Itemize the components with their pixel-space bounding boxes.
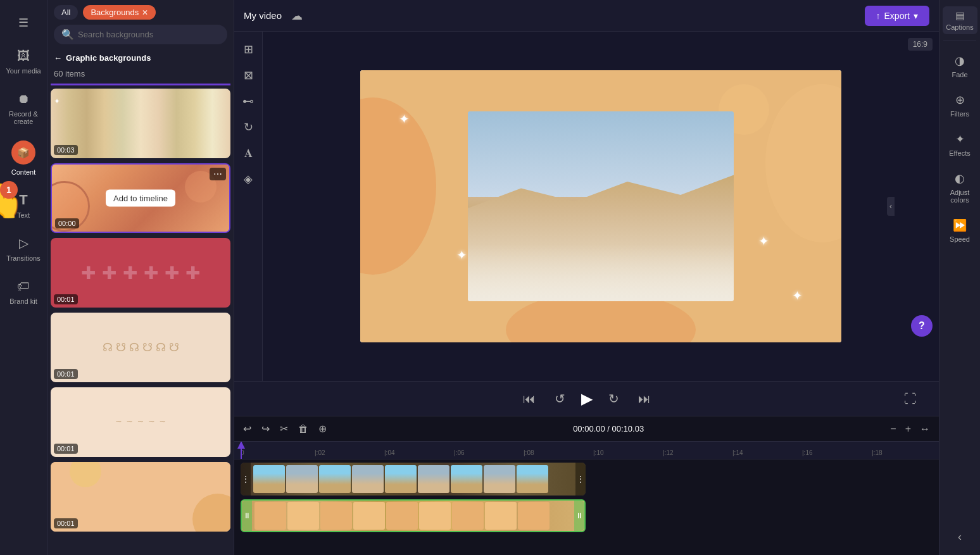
- sidebar-item-your-media[interactable]: 🖼 Your media: [0, 41, 47, 81]
- filters-icon: ⊕: [952, 92, 968, 108]
- undo-button[interactable]: ↩: [241, 420, 254, 437]
- text-overlay-tool[interactable]: 𝐀: [237, 142, 260, 165]
- media-item-red[interactable]: ✚ ✚ ✚ ✚ ✚ ✚ 00:01 👆 3: [51, 238, 230, 308]
- sidebar-item-content[interactable]: 📦 Content 👆 1: [0, 134, 47, 182]
- right-sidebar: ▤ Captions ◑ Fade ⊕ Filters ✦ Effects ◐ …: [939, 0, 980, 555]
- effects-label: Effects: [949, 149, 970, 157]
- search-icon: 🔍: [61, 28, 74, 41]
- fullscreen-button[interactable]: ⛶: [901, 389, 920, 409]
- skip-forward-button[interactable]: ⏭: [635, 389, 654, 409]
- tag-all-button[interactable]: All: [54, 5, 78, 20]
- timeline-toolbar: ↩ ↪ ✂ 🗑 ⊕ 00:00.00 / 00:10.03 − + ↔: [234, 416, 939, 442]
- bg-frame-5: [386, 502, 418, 530]
- back-arrow-icon[interactable]: ←: [54, 53, 62, 63]
- cut-button[interactable]: ✂: [277, 420, 291, 437]
- bg-frame-7: [452, 502, 484, 530]
- media-item-cream-swirls[interactable]: ☊ ☋ ☊ ☋ ☊ ☋ 00:01: [51, 313, 230, 382]
- item-duration-4: 00:01: [54, 369, 78, 379]
- brand-kit-icon: 🏷: [15, 277, 32, 295]
- media-item-stripes[interactable]: ✦ 00:03: [51, 89, 230, 158]
- peach-shape-1: [192, 494, 230, 532]
- add-media-button[interactable]: ⊕: [316, 420, 329, 437]
- rotate-tool[interactable]: ↻: [237, 116, 260, 139]
- cream2-preview: ~ ~ ~ ~ ~: [51, 387, 230, 457]
- track-right-handle[interactable]: ⋮: [575, 463, 586, 496]
- collapse-panel-button[interactable]: ‹: [887, 197, 895, 216]
- sparkle-far-br: ✦: [792, 288, 803, 303]
- ruler-mark-04: |:04: [384, 449, 395, 456]
- speed-icon: ⏩: [952, 217, 968, 234]
- media-item-peach-shapes[interactable]: 00:01: [51, 462, 230, 532]
- video-background: ✦ ✦ ✦ ✦ ✦ ✦: [360, 70, 841, 342]
- stripes-preview: ✦: [51, 89, 230, 158]
- delete-button[interactable]: 🗑: [296, 421, 311, 437]
- filters-tool[interactable]: ⊕ Filters: [939, 87, 980, 123]
- cloud-save-icon: ☁: [291, 9, 303, 23]
- more-options-button[interactable]: ⋯: [210, 168, 226, 180]
- fade-tool[interactable]: ◑ Fade: [939, 47, 980, 84]
- tag-close-icon[interactable]: ✕: [142, 8, 148, 17]
- captions-label: Captions: [946, 23, 973, 31]
- fast-forward-button[interactable]: ↻: [605, 388, 622, 409]
- bg-track-right-handle[interactable]: ⏸: [574, 501, 584, 531]
- sidebar-item-text[interactable]: T Text: [0, 185, 47, 225]
- bg-frame-8: [485, 502, 517, 530]
- bg-frame-2: [287, 502, 319, 530]
- sidebar-item-record-create[interactable]: ⏺ Record &create: [0, 84, 47, 132]
- right-sidebar-collapse[interactable]: ‹: [953, 525, 967, 549]
- speed-tool[interactable]: ⏩ Speed: [939, 212, 980, 248]
- sticker-tool[interactable]: ◈: [237, 168, 260, 190]
- content-panel: All Backgrounds ✕ 🔍 ← Graphic background…: [47, 0, 234, 555]
- speed-label: Speed: [950, 235, 970, 243]
- flip-tool[interactable]: ⊷: [237, 90, 260, 113]
- search-bar[interactable]: 🔍: [54, 25, 227, 44]
- fade-icon: ◑: [952, 53, 968, 69]
- help-button[interactable]: ?: [911, 315, 933, 337]
- rewind-button[interactable]: ↺: [551, 388, 569, 409]
- items-count: 60 items: [47, 66, 234, 84]
- fit-timeline-button[interactable]: ↔: [917, 421, 933, 437]
- effects-tool[interactable]: ✦ Effects: [939, 126, 980, 162]
- tag-backgrounds-button[interactable]: Backgrounds ✕: [83, 5, 156, 20]
- zoom-out-button[interactable]: −: [888, 421, 898, 437]
- left-sidebar: ☰ 🖼 Your media ⏺ Record &create 📦 Conten…: [0, 0, 47, 555]
- adjust-colors-icon: ◐: [952, 170, 968, 187]
- timeline: ↩ ↪ ✂ 🗑 ⊕ 00:00.00 / 00:10.03 − + ↔ 0 |:…: [234, 416, 939, 555]
- redo-button[interactable]: ↪: [259, 420, 272, 437]
- video-frame-3: [319, 465, 351, 493]
- adjust-colors-tool[interactable]: ◐ Adjust colors: [939, 165, 980, 209]
- play-pause-button[interactable]: ▶: [581, 390, 593, 408]
- export-button[interactable]: ↑ Export ▾: [865, 6, 929, 26]
- zoom-in-button[interactable]: +: [903, 421, 914, 437]
- desert-mist: [468, 244, 734, 301]
- bg-frame-1: [254, 502, 286, 530]
- crop-tool[interactable]: ⊠: [237, 64, 260, 87]
- playhead[interactable]: [241, 442, 242, 459]
- media-item-wavy[interactable]: ⋯ 00:00 Add to timeline 👆 2: [51, 163, 230, 233]
- video-frame-4: [352, 465, 384, 493]
- sidebar-item-brand-kit[interactable]: 🏷 Brand kit: [0, 271, 47, 311]
- video-frame-9: [517, 465, 548, 493]
- fit-tool[interactable]: ⊞: [237, 38, 260, 61]
- item-duration-2: 00:00: [55, 218, 79, 228]
- skip-back-button[interactable]: ⏮: [520, 389, 539, 409]
- media-item-cream-swirls2[interactable]: ~ ~ ~ ~ ~ 00:01: [51, 387, 230, 457]
- hamburger-icon: ☰: [18, 16, 28, 30]
- bg-frame-9: [518, 502, 550, 530]
- bg-frame-6: [419, 502, 451, 530]
- sidebar-label-your-media: Your media: [6, 67, 41, 75]
- hamburger-menu[interactable]: ☰: [0, 6, 47, 39]
- timeline-tracks: ⋮ ⋮ ⏸: [234, 459, 939, 555]
- swirls-container: ☊ ☋ ☊ ☋ ☊ ☋: [68, 320, 212, 375]
- captions-icon: ▤: [955, 9, 965, 22]
- captions-tool[interactable]: ▤ Captions: [943, 6, 977, 34]
- video-track[interactable]: ⋮ ⋮: [241, 463, 586, 496]
- add-to-timeline-tooltip: Add to timeline: [106, 190, 175, 207]
- sidebar-item-transitions[interactable]: ▷ Transitions: [0, 228, 47, 268]
- ruler-mark-10: |:10: [593, 449, 604, 456]
- background-track[interactable]: ⏸ ⏸: [241, 499, 586, 532]
- search-input[interactable]: [78, 30, 220, 39]
- ruler-mark-08: |:08: [524, 449, 534, 456]
- video-frame-5: [385, 465, 417, 493]
- video-frame-1: [253, 465, 285, 493]
